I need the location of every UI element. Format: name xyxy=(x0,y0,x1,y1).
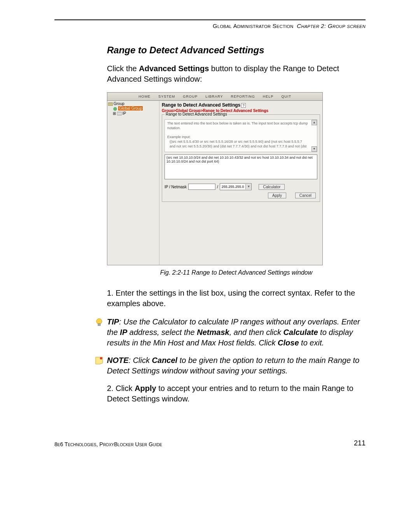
tree-ip[interactable]: ⊞ IP xyxy=(108,111,158,116)
tree-sidebar: Group Global Group ⊞ IP xyxy=(107,101,159,265)
panel-title: Range to Detect Advanced Settings? xyxy=(162,102,320,108)
note-callout: NOTE: Click Cancel to be given the optio… xyxy=(94,355,366,376)
cancel-button[interactable]: Cancel xyxy=(295,193,316,198)
apply-button[interactable]: Apply xyxy=(268,193,286,198)
ip-input[interactable] xyxy=(188,184,215,190)
step-1: 1. Enter the settings in the list box, u… xyxy=(107,288,366,309)
menu-system[interactable]: SYSTEM xyxy=(158,95,175,98)
page-number: 211 xyxy=(354,439,366,447)
note-icon xyxy=(94,356,104,365)
rules-input[interactable]: (src net 10.10.10.0/24 and dst net 10.10… xyxy=(164,154,317,179)
help-icon[interactable]: ? xyxy=(241,103,246,108)
netmask-select[interactable]: 255.255.255.0 ▼ xyxy=(220,183,252,190)
svg-rect-0 xyxy=(108,103,113,106)
menu-reporting[interactable]: REPORTING xyxy=(231,95,255,98)
menubar: HOME SYSTEM GROUP LIBRARY REPORTING HELP… xyxy=(107,93,322,101)
help-text-box: ▲ The text entered into the text box bel… xyxy=(164,119,317,152)
ip-icon xyxy=(117,112,122,116)
fieldset-legend: Range to Detect Advanced Settings xyxy=(164,112,228,116)
scroll-down-button[interactable]: ▼ xyxy=(312,146,317,152)
group-icon xyxy=(108,102,113,106)
intro-paragraph: Click the Advanced Settings button to di… xyxy=(107,63,366,84)
svg-rect-2 xyxy=(117,112,122,115)
slash-label: / xyxy=(217,185,218,189)
tip-callout: TIP: Use the Calculator to calculate IP … xyxy=(94,317,366,348)
running-header: Global Administrator Section Chapter 2: … xyxy=(54,23,366,29)
screenshot-figure: HOME SYSTEM GROUP LIBRARY REPORTING HELP… xyxy=(107,92,323,265)
figure-caption: Fig. 2:2-11 Range to Detect Advanced Set… xyxy=(107,269,366,276)
lightbulb-icon xyxy=(94,317,104,327)
menu-library[interactable]: LIBRARY xyxy=(205,95,223,98)
svg-point-3 xyxy=(96,319,102,324)
globe-icon xyxy=(113,107,117,111)
chevron-down-icon: ▼ xyxy=(245,184,251,189)
svg-rect-4 xyxy=(98,324,100,326)
ip-netmask-label: IP / Netmask xyxy=(164,185,187,189)
menu-group[interactable]: GROUP xyxy=(183,95,198,98)
svg-point-6 xyxy=(100,357,102,359)
menu-help[interactable]: HELP xyxy=(263,95,274,98)
svg-point-1 xyxy=(114,107,117,110)
step-2: 2. Click Apply to accept your entries an… xyxy=(107,383,366,404)
tree-root[interactable]: Group xyxy=(108,102,158,106)
app-window: HOME SYSTEM GROUP LIBRARY REPORTING HELP… xyxy=(107,92,323,265)
section-heading: Range to Detect Advanced Settings xyxy=(107,45,366,56)
scroll-up-button[interactable]: ▲ xyxy=(312,120,317,125)
footer-guide-name: 8e6 Technologies, ProxyBlocker User Guid… xyxy=(54,441,162,447)
tree-global-group[interactable]: Global Group xyxy=(108,106,158,110)
settings-fieldset: Range to Detect Advanced Settings ▲ The … xyxy=(162,114,320,202)
calculator-button[interactable]: Calculator xyxy=(259,184,285,190)
menu-quit[interactable]: QUIT xyxy=(281,95,291,98)
menu-home[interactable]: HOME xyxy=(138,95,150,98)
